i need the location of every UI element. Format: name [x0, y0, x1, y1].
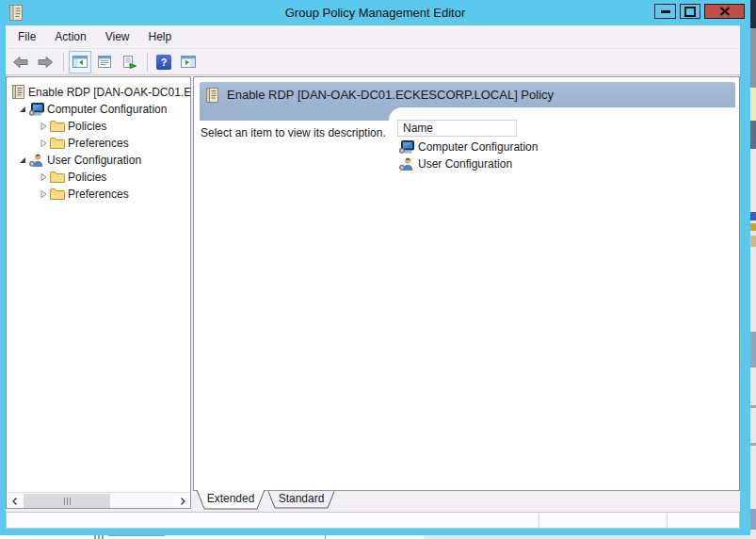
properties-button[interactable] [93, 51, 116, 74]
collapsed-triangle-icon[interactable] [37, 120, 50, 133]
results-pane: Enable RDP [DAN-OAK-DC01.ECKESCORP.LOCAL… [193, 76, 740, 490]
background-window-sliver-bottom [0, 535, 750, 539]
window-border-right [740, 25, 750, 535]
close-icon [719, 7, 731, 16]
scrollbar-thumb[interactable] [24, 494, 110, 508]
gpo-scroll-icon [206, 88, 219, 103]
folder-icon [50, 120, 65, 132]
thumb-grip [64, 498, 65, 505]
name-column-header[interactable]: Name [397, 120, 517, 137]
minimize-button[interactable] [654, 4, 676, 19]
back-arrow-icon [12, 56, 29, 69]
user-icon [29, 154, 44, 167]
toolbar-separator [63, 53, 64, 72]
tree-item-label: Policies [68, 171, 106, 184]
show-console-tree-button[interactable] [69, 51, 91, 74]
action-pane-icon [181, 56, 196, 68]
maximize-button[interactable] [680, 4, 700, 19]
forward-button[interactable] [34, 51, 56, 74]
window-title: Group Policy Management Editor [0, 0, 750, 25]
menu-bar: File Action View Help [6, 25, 740, 49]
menu-action[interactable]: Action [45, 25, 95, 48]
folder-icon [50, 137, 65, 149]
computer-icon [29, 103, 44, 116]
screen: Group Policy Management Editor File Acti… [0, 0, 756, 539]
scroll-left-button[interactable] [7, 494, 23, 508]
tree-horizontal-scrollbar[interactable] [7, 492, 190, 508]
export-list-button[interactable] [118, 51, 140, 74]
export-list-icon [121, 56, 137, 69]
tab-extended[interactable]: Extended [205, 492, 256, 505]
background-window-sliver-right [750, 0, 756, 539]
status-bar [6, 512, 740, 529]
tree-item-user-preferences[interactable]: Preferences [7, 186, 191, 202]
console-tree-icon [72, 56, 88, 68]
back-button[interactable] [9, 51, 32, 74]
tree-item-user-configuration[interactable]: User Configuration [7, 152, 191, 168]
status-divider [539, 514, 539, 528]
collapsed-triangle-icon[interactable] [37, 137, 50, 150]
show-action-pane-button[interactable] [177, 51, 200, 74]
description-text: Select an item to view its description. [201, 126, 386, 139]
window-border-bottom [0, 529, 750, 535]
tree-item-root[interactable]: Enable RDP [DAN-OAK-DC01.EC [7, 84, 191, 100]
tab-standard[interactable]: Standard [276, 492, 327, 505]
thumb-grip [70, 498, 71, 505]
thumb-grip [67, 498, 68, 505]
toolbar: ? [6, 49, 740, 75]
help-button[interactable]: ? [153, 51, 175, 74]
list-item-computer-configuration[interactable]: Computer Configuration [399, 139, 538, 155]
menu-help[interactable]: Help [139, 25, 182, 48]
user-icon [399, 157, 414, 171]
chevron-right-icon [179, 497, 186, 506]
chevron-left-icon [11, 497, 19, 506]
tree-item-user-policies[interactable]: Policies [7, 169, 191, 185]
toolbar-separator [147, 53, 148, 72]
computer-icon [399, 140, 414, 154]
tree-item-label: Preferences [68, 137, 129, 150]
tree-item-computer-preferences[interactable]: Preferences [7, 135, 191, 151]
tree-item-computer-configuration[interactable]: Computer Configuration [7, 101, 191, 117]
tree-item-label: User Configuration [47, 154, 141, 167]
forward-arrow-icon [37, 56, 54, 69]
collapsed-triangle-icon[interactable] [37, 188, 50, 201]
list-item-user-configuration[interactable]: User Configuration [399, 155, 512, 172]
folder-icon [50, 171, 65, 183]
list-item-label: Computer Configuration [418, 140, 538, 154]
status-divider [667, 514, 668, 528]
results-pane-header: Enable RDP [DAN-OAK-DC01.ECKESCORP.LOCAL… [200, 82, 735, 107]
expanded-triangle-icon[interactable] [16, 154, 29, 167]
scroll-right-button[interactable] [174, 494, 190, 508]
tree-item-label: Preferences [68, 188, 129, 201]
menu-view[interactable]: View [96, 25, 139, 48]
tree-item-computer-policies[interactable]: Policies [7, 118, 191, 134]
tree-item-label: Computer Configuration [47, 103, 167, 116]
tree-item-label: Enable RDP [DAN-OAK-DC01.EC [28, 86, 191, 99]
close-button[interactable] [704, 4, 745, 19]
list-item-label: User Configuration [418, 157, 512, 171]
expanded-triangle-icon[interactable] [16, 103, 29, 116]
maximize-icon [684, 7, 696, 17]
console-tree-pane: Enable RDP [DAN-OAK-DC01.EC Computer Con… [6, 76, 191, 509]
menu-file[interactable]: File [8, 25, 45, 48]
folder-icon [50, 188, 65, 200]
properties-icon [97, 56, 112, 68]
minimize-icon [661, 10, 670, 13]
tree-item-label: Policies [68, 120, 106, 133]
view-tab-strip: Extended Standard [193, 490, 740, 511]
gpo-scroll-icon [12, 85, 25, 99]
help-icon: ? [156, 55, 171, 70]
results-header-title: Enable RDP [DAN-OAK-DC01.ECKESCORP.LOCAL… [227, 88, 554, 102]
collapsed-triangle-icon[interactable] [37, 171, 50, 184]
